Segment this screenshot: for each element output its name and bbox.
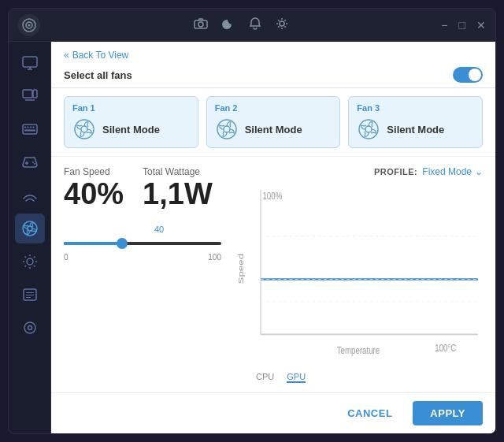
titlebar-icons <box>194 17 288 33</box>
sidebar-item-network[interactable] <box>15 180 45 210</box>
svg-point-19 <box>28 226 32 231</box>
wattage-label: Total Wattage <box>143 166 213 177</box>
fan3-title: Fan 3 <box>357 103 474 113</box>
minimize-button[interactable]: − <box>441 20 447 31</box>
app-logo <box>18 14 40 36</box>
sidebar-item-gamepad[interactable] <box>15 147 45 177</box>
fan-speed-value: 40% <box>64 179 124 209</box>
fan-card-1[interactable]: Fan 1 Silent Mode <box>64 96 198 148</box>
sidebar-item-settings[interactable] <box>15 313 45 343</box>
slider-thumb[interactable] <box>117 238 128 249</box>
fan-card-3[interactable]: Fan 3 Silent Mode <box>348 96 483 148</box>
sidebar-item-monitor[interactable] <box>15 81 45 111</box>
svg-point-16 <box>34 163 35 165</box>
svg-point-28 <box>359 120 378 139</box>
fan3-mode: Silent Mode <box>387 124 444 136</box>
moon-icon[interactable] <box>222 17 235 33</box>
back-link[interactable]: « Back To View <box>64 50 483 61</box>
left-panel: Fan Speed 40% Total Wattage 1,1W 40 <box>64 166 221 383</box>
main-layout: « Back To View Select all fans Fan 1 <box>9 42 495 433</box>
sidebar-item-keyboard[interactable] <box>15 114 45 144</box>
svg-rect-11 <box>27 127 28 128</box>
profile-row: PROFILE: Fixed Mode ⌄ <box>234 166 483 177</box>
titlebar-left <box>18 14 40 36</box>
sidebar-item-fan[interactable] <box>15 214 45 243</box>
sidebar-item-brightness[interactable] <box>15 247 45 277</box>
speed-chart: Speed 100% 100°C Temperature <box>234 184 483 367</box>
svg-rect-10 <box>24 127 26 128</box>
svg-point-15 <box>32 162 34 163</box>
svg-point-2 <box>28 24 31 26</box>
slider-track <box>64 242 221 245</box>
fan2-mode: Silent Mode <box>245 124 302 136</box>
toggle-knob <box>469 69 481 81</box>
fan1-title: Fan 1 <box>72 103 190 113</box>
svg-point-20 <box>27 258 33 265</box>
bottom-area: Fan Speed 40% Total Wattage 1,1W 40 <box>51 157 495 392</box>
chart-area: Speed 100% 100°C Temperature <box>234 184 483 367</box>
fan3-body: Silent Mode <box>357 117 474 141</box>
slider-min-label: 0 <box>64 253 69 262</box>
svg-text:Temperature: Temperature <box>337 344 380 356</box>
stats-row: Fan Speed 40% Total Wattage 1,1W <box>64 166 221 210</box>
svg-rect-9 <box>23 124 37 134</box>
slider-container[interactable] <box>64 236 221 251</box>
maximize-button[interactable]: □ <box>459 20 465 31</box>
back-link-text: Back To View <box>72 50 129 61</box>
titlebar-controls: − □ ✕ <box>441 20 486 31</box>
svg-text:Speed: Speed <box>236 254 245 284</box>
apply-button[interactable]: APPLY <box>413 401 483 425</box>
svg-rect-7 <box>23 90 32 98</box>
fan1-mode: Silent Mode <box>102 124 160 136</box>
titlebar: − □ ✕ <box>9 9 495 42</box>
profile-dropdown[interactable]: Fixed Mode ⌄ <box>422 166 483 177</box>
svg-point-24 <box>75 120 94 139</box>
svg-point-27 <box>224 126 230 132</box>
profile-label: PROFILE: <box>374 167 417 176</box>
chevron-left-icon: « <box>64 50 69 61</box>
content-header: « Back To View Select all fans <box>51 42 495 88</box>
fan2-title: Fan 2 <box>215 103 332 113</box>
camera-icon[interactable] <box>194 18 208 32</box>
cancel-button[interactable]: CANCEL <box>335 401 405 425</box>
fan-speed-stat: Fan Speed 40% <box>64 166 124 210</box>
bell-icon[interactable] <box>249 17 261 33</box>
svg-point-26 <box>217 120 236 139</box>
chevron-down-icon: ⌄ <box>475 166 483 177</box>
svg-text:100°C: 100°C <box>435 341 456 353</box>
slider-fill <box>64 242 122 245</box>
select-all-label: Select all fans <box>64 69 132 81</box>
profile-value-text: Fixed Mode <box>422 166 472 177</box>
main-window: − □ ✕ <box>8 8 496 434</box>
svg-rect-12 <box>30 127 32 128</box>
svg-rect-14 <box>24 130 35 132</box>
slider-area: 40 0 100 <box>64 225 221 262</box>
sidebar <box>9 42 51 433</box>
select-all-toggle[interactable] <box>453 67 483 83</box>
sidebar-item-display[interactable] <box>15 48 45 78</box>
svg-point-29 <box>365 126 372 132</box>
svg-point-25 <box>81 126 87 132</box>
svg-point-5 <box>280 21 284 26</box>
wattage-stat: Total Wattage 1,1W <box>143 166 213 210</box>
content-area: « Back To View Select all fans Fan 1 <box>51 42 495 433</box>
svg-rect-13 <box>32 127 34 128</box>
svg-point-23 <box>28 326 32 330</box>
svg-rect-6 <box>23 57 37 67</box>
source-tabs: CPU GPU <box>234 372 483 383</box>
fan-card-2[interactable]: Fan 2 Silent Mode <box>206 96 341 148</box>
gpu-tab[interactable]: GPU <box>287 372 306 383</box>
fan2-icon <box>215 117 239 141</box>
select-all-row: Select all fans <box>64 67 483 83</box>
sidebar-item-list[interactable] <box>15 280 45 310</box>
slider-value-label: 40 <box>154 225 221 234</box>
fan1-body: Silent Mode <box>72 117 190 141</box>
gear-icon[interactable] <box>276 17 288 33</box>
svg-text:100%: 100% <box>262 189 282 201</box>
fan1-icon <box>72 117 96 141</box>
svg-point-22 <box>24 322 35 333</box>
close-button[interactable]: ✕ <box>476 20 486 31</box>
cpu-tab[interactable]: CPU <box>256 372 274 383</box>
svg-point-4 <box>198 22 203 27</box>
footer: CANCEL APPLY <box>51 392 495 433</box>
